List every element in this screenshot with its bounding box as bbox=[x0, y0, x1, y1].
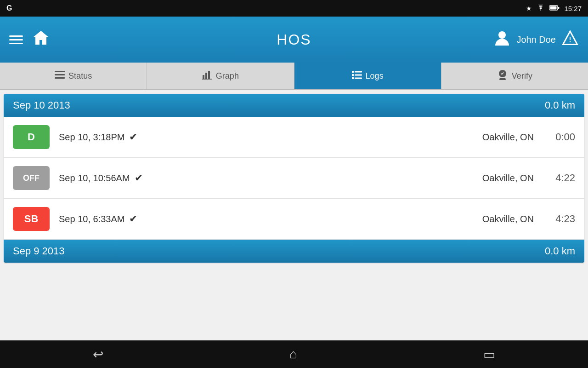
svg-rect-1 bbox=[550, 6, 557, 10]
log-row-entry3[interactable]: SB Sep 10, 6:33AM ✔ Oakville, ON 4:23 bbox=[4, 199, 584, 240]
status-bar-left: G bbox=[6, 4, 12, 12]
svg-rect-11 bbox=[352, 71, 354, 73]
tabs: Status Graph bbox=[0, 63, 588, 90]
header-right: John Doe bbox=[493, 29, 579, 51]
tab-logs-label: Logs bbox=[366, 71, 384, 81]
tab-graph[interactable]: Graph bbox=[147, 63, 294, 89]
log-duration-entry1: 0:00 bbox=[543, 131, 575, 143]
section-distance-sep10: 0.0 km bbox=[545, 99, 575, 111]
status-bar-right: ★ 15:27 bbox=[526, 5, 582, 12]
section-header-sep9: Sep 9 2013 0.0 km bbox=[4, 240, 584, 263]
tab-verify-label: Verify bbox=[512, 71, 532, 81]
svg-rect-8 bbox=[205, 73, 207, 79]
tab-verify[interactable]: Verify bbox=[441, 63, 588, 89]
logs-tab-icon bbox=[352, 71, 362, 81]
checkmark-entry3: ✔ bbox=[129, 213, 137, 225]
svg-rect-6 bbox=[55, 77, 65, 79]
home-icon[interactable] bbox=[32, 30, 50, 49]
section-date-sep10: Sep 10 2013 bbox=[13, 99, 70, 111]
menu-icon[interactable] bbox=[9, 35, 23, 44]
tab-logs[interactable]: Logs bbox=[294, 63, 441, 89]
log-datetime-entry1: Sep 10, 3:18PM ✔ bbox=[59, 131, 442, 143]
log-location-entry1: Oakville, ON bbox=[451, 132, 534, 143]
home-button[interactable]: ⌂ bbox=[280, 343, 306, 365]
home-nav-icon: ⌂ bbox=[289, 347, 297, 362]
wifi-icon bbox=[537, 5, 545, 12]
verify-tab-icon bbox=[497, 70, 508, 82]
log-location-entry3: Oakville, ON bbox=[451, 214, 534, 224]
section-distance-sep9: 0.0 km bbox=[545, 245, 575, 257]
svg-rect-12 bbox=[355, 71, 362, 72]
section-date-sep9: Sep 9 2013 bbox=[13, 245, 65, 257]
user-avatar-icon bbox=[493, 29, 511, 51]
svg-rect-13 bbox=[352, 74, 354, 76]
content-area[interactable]: Sep 10 2013 0.0 km D Sep 10, 3:18PM ✔ Oa… bbox=[0, 90, 588, 340]
back-button[interactable]: ↩ bbox=[84, 343, 113, 366]
status-bar: G ★ 15:27 bbox=[0, 0, 588, 17]
log-datetime-entry3: Sep 10, 6:33AM ✔ bbox=[59, 213, 442, 225]
tab-graph-label: Graph bbox=[216, 71, 239, 81]
section-header-sep10: Sep 10 2013 0.0 km bbox=[4, 94, 584, 117]
badge-sb: SB bbox=[13, 207, 50, 231]
svg-rect-9 bbox=[208, 71, 210, 79]
svg-rect-2 bbox=[558, 7, 560, 9]
log-datetime-entry2: Sep 10, 10:56AM ✔ bbox=[59, 172, 442, 184]
graph-tab-icon bbox=[202, 70, 212, 82]
log-location-entry2: Oakville, ON bbox=[451, 173, 534, 184]
tab-status-label: Status bbox=[68, 71, 92, 81]
battery-icon bbox=[549, 5, 560, 12]
svg-rect-7 bbox=[203, 75, 204, 79]
log-row-entry2[interactable]: OFF Sep 10, 10:56AM ✔ Oakville, ON 4:22 bbox=[4, 158, 584, 199]
svg-point-3 bbox=[498, 31, 506, 39]
recent-icon: ▭ bbox=[483, 347, 495, 362]
header: HOS John Doe bbox=[0, 17, 588, 63]
recent-button[interactable]: ▭ bbox=[474, 343, 504, 366]
log-duration-entry3: 4:23 bbox=[543, 213, 575, 225]
app-shell: HOS John Doe bbox=[0, 17, 588, 368]
badge-off: OFF bbox=[13, 166, 50, 190]
log-row-entry1[interactable]: D Sep 10, 3:18PM ✔ Oakville, ON 0:00 bbox=[4, 117, 584, 158]
tab-status[interactable]: Status bbox=[0, 63, 147, 89]
svg-rect-5 bbox=[55, 74, 65, 75]
log-duration-entry2: 4:22 bbox=[543, 172, 575, 184]
checkmark-entry2: ✔ bbox=[135, 172, 143, 184]
user-name: John Doe bbox=[516, 34, 556, 45]
svg-rect-14 bbox=[355, 74, 362, 75]
header-title: HOS bbox=[277, 31, 311, 48]
checkmark-entry1: ✔ bbox=[129, 131, 137, 143]
alert-icon[interactable] bbox=[561, 29, 579, 51]
svg-rect-15 bbox=[352, 77, 354, 79]
bluetooth-icon: ★ bbox=[526, 5, 532, 12]
app-logo: G bbox=[6, 4, 12, 12]
svg-rect-4 bbox=[55, 71, 65, 72]
log-list: Sep 10 2013 0.0 km D Sep 10, 3:18PM ✔ Oa… bbox=[4, 94, 584, 263]
back-icon: ↩ bbox=[93, 347, 103, 362]
badge-d: D bbox=[13, 125, 50, 149]
status-tab-icon bbox=[55, 71, 65, 81]
bottom-nav: ↩ ⌂ ▭ bbox=[0, 340, 588, 368]
clock: 15:27 bbox=[564, 5, 582, 12]
svg-rect-16 bbox=[355, 77, 362, 79]
